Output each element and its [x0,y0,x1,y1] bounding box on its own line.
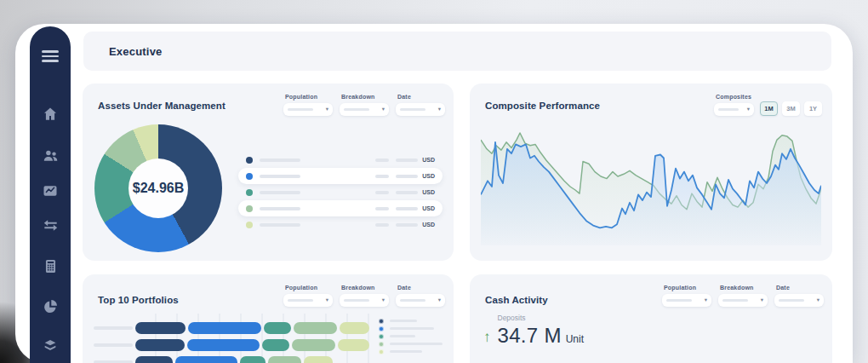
date-select[interactable]: ▾ [774,294,824,307]
stacked-bar [135,356,372,363]
legend-name-placeholder [260,158,300,162]
sidebar-item-home[interactable] [30,100,71,129]
range-toggle-group: 1M3M1Y [760,101,822,116]
segment-navy[interactable] [135,339,185,351]
aum-legend-row[interactable]: USD [238,168,443,184]
segment-pale[interactable] [340,322,369,334]
sidebar-item-transfers[interactable] [30,210,71,239]
select-placeholder [400,108,425,111]
legend-dot [379,342,384,347]
segment-navy[interactable] [135,356,173,363]
segment-pale[interactable] [338,339,369,351]
aum-legend-row[interactable]: USD [238,216,443,233]
legend-currency: USD [422,173,435,179]
segment-blue[interactable] [175,356,237,363]
range-button-1y[interactable]: 1Y [804,101,822,116]
segment-teal[interactable] [262,339,289,351]
top10-row-2 [94,339,383,351]
cash-activity-card: Cash Activity Population▾Breakdown▾Date▾… [470,274,832,363]
legend-name-placeholder [390,327,434,330]
segment-sage[interactable] [294,322,337,334]
legend-amount-placeholder [375,207,389,210]
aum-donut-chart: $24.96B [94,124,222,252]
deposits-value: 34.7 M [498,324,562,348]
chevron-down-icon: ▾ [326,297,328,303]
date-select[interactable]: ▾ [396,294,445,307]
top10-portfolios-card: Top 10 Portfolios Population▾Breakdown▾D… [83,274,454,363]
aum-legend-row[interactable]: USD [238,200,443,216]
aum-donut-hole: $24.96B [128,158,188,218]
legend-name-placeholder [260,223,300,227]
sidebar-item-clients[interactable] [30,141,71,170]
segment-pale[interactable] [304,356,332,363]
date-select[interactable]: ▾ [396,103,445,116]
composite-controls: Composites ▾ 1M3M1Y [714,94,822,116]
select-placeholder [666,299,692,302]
layers-icon [42,337,59,354]
sidebar-item-layers[interactable] [30,331,71,360]
calculator-icon [43,258,59,274]
range-button-1m[interactable]: 1M [760,101,778,116]
segment-blue[interactable] [188,322,261,334]
legend-currency: USD [422,189,435,195]
chevron-down-icon: ▾ [761,297,763,303]
performance-chart-icon [42,182,59,199]
segment-teal[interactable] [264,322,291,334]
population-select[interactable]: ▾ [283,294,333,307]
aum-legend-row[interactable]: USD [238,152,443,168]
segment-sage[interactable] [268,356,301,363]
legend-name-placeholder [390,320,417,322]
legend-name-placeholder [260,175,300,178]
sidebar-menu-button[interactable] [30,42,71,71]
legend-dot [246,189,253,196]
chevron-down-icon: ▾ [438,107,441,112]
range-button-3m[interactable]: 3M [782,101,800,116]
transfer-arrows-icon [42,216,60,234]
population-select[interactable]: ▾ [662,294,711,307]
aum-legend-row[interactable]: USD [238,184,443,200]
segment-blue[interactable] [187,339,260,351]
composite-chart-svg [481,121,821,249]
sidebar-item-allocation[interactable] [30,292,71,321]
select-placeholder [344,299,369,302]
filter-date: Date▾ [396,285,445,307]
composites-select[interactable]: ▾ [714,103,754,116]
row-label-placeholder [94,343,133,347]
chevron-down-icon: ▾ [382,297,385,303]
filter-breakdown: Breakdown▾ [718,285,768,307]
hamburger-menu-icon [42,48,59,66]
filter-breakdown: Breakdown▾ [340,94,389,116]
chevron-down-icon: ▾ [326,107,328,112]
filter-label: Breakdown [341,285,389,291]
card-title: Cash Activity [485,295,548,305]
legend-amount-placeholder [396,207,418,210]
segment-navy[interactable] [135,322,186,334]
legend-dot [246,173,253,180]
filter-date: Date▾ [396,94,445,116]
sidebar-item-calculator[interactable] [30,251,71,280]
breakdown-select[interactable]: ▾ [718,294,768,307]
card-title: Composite Performance [485,101,600,111]
segment-sage[interactable] [292,339,334,351]
legend-name-placeholder [260,207,300,210]
legend-dot [246,222,253,228]
filter-population: Population▾ [283,94,333,116]
legend-dot [379,326,384,331]
breakdown-select[interactable]: ▾ [340,294,389,307]
filter-label: Population [285,285,333,291]
filter-label: Date [397,94,445,100]
population-select[interactable]: ▾ [283,103,333,116]
breakdown-select[interactable]: ▾ [340,103,389,116]
page-header: Executive [83,32,831,71]
segment-teal[interactable] [240,356,266,363]
chevron-down-icon: ▾ [438,297,441,303]
chevron-down-icon: ▾ [705,297,707,303]
sidebar-item-performance[interactable] [30,176,71,205]
filter-label: Breakdown [341,94,389,100]
legend-amount-placeholder [375,175,389,178]
card-title: Top 10 Portfolios [98,295,179,305]
top10-legend-row [379,348,443,355]
legend-dot [379,319,384,324]
filter-population: Population▾ [283,285,333,307]
sidebar [30,26,71,363]
